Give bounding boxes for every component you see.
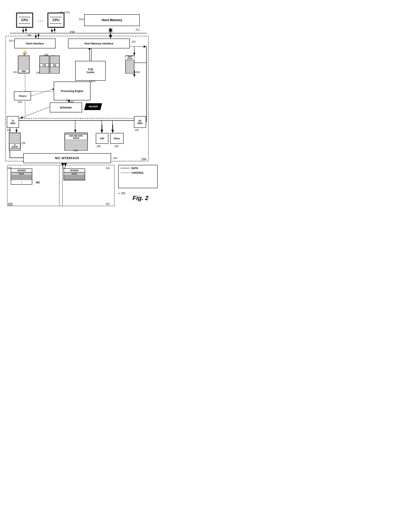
host-memory-interface-box: Host Memory interface [68, 39, 130, 48]
processing-engine-box: Processing Engine [54, 82, 90, 100]
hdr-data-queue-label: HDR AND DATA QUEUE [65, 134, 87, 140]
legend-data-label: DATA [132, 167, 138, 169]
nic-interface-box: NIC INTERFACE [23, 153, 111, 163]
dbq-label: DBQ [18, 70, 29, 73]
nic-stack-data-right-1: DATA [64, 172, 85, 175]
label-238: 238 [97, 145, 101, 148]
nic-stack-header-left: HEADER [11, 169, 32, 172]
label-234: 234 [136, 71, 140, 73]
cpu-box-2: ●●●●●●●● CPU ●●●●●●●● [47, 13, 64, 28]
cq-label: CQ [40, 64, 49, 67]
legend-control-label: CONTROL [132, 171, 144, 174]
label-223: 223 [132, 40, 136, 43]
label-200: ↙ 200 [118, 192, 125, 195]
eq-label: EQ [50, 64, 59, 67]
cpu-dots: . . . [38, 18, 43, 23]
diagram-container: 206 (TYP) ●●●●●●●● CPU ●●●●●●●● . . . ●●… [0, 0, 161, 212]
label-218: 218 [7, 129, 11, 131]
nic-center-label: NIC [36, 181, 40, 184]
nic-stack-arrow-left: ↓ [11, 180, 32, 184]
label-224: 224 [13, 71, 17, 73]
label-248: ↑ 248 [111, 157, 117, 160]
bell-icon: 🔔 [23, 50, 27, 54]
cpu-box-1: ●●●●●●●● CPU ●●●●●●●● [16, 13, 33, 28]
label-210: 210↗ [79, 18, 85, 21]
label-232: 232 [74, 149, 78, 152]
nic-stack-left: HEADER DATA ↓ [11, 169, 32, 185]
ipsec-box: IPSec [110, 133, 124, 144]
host-memory-box: Host Memory [84, 14, 140, 26]
label-220: 220 [135, 129, 139, 131]
rx-dma-box: Rx DMA [134, 116, 146, 128]
label-211: 211 [136, 28, 140, 31]
fig-2-label: Fig. 2 [133, 195, 148, 201]
nic-stack-data-left-1: DATA [11, 172, 32, 175]
label-228: 228 [44, 53, 48, 56]
label-222: 222↗ [9, 39, 15, 42]
header-parallelogram: HEADER [84, 103, 102, 110]
label-204: 204 [141, 158, 146, 161]
tx-dma-box: Tx DMA [7, 116, 19, 128]
tx-queue-label: Tx QUEUE [9, 143, 20, 149]
nic-stack-header-right: HEADER [64, 169, 85, 172]
label-242: 242 [106, 202, 110, 205]
cpu-label-1: CPU [21, 18, 28, 22]
fsb-label: FSB [70, 31, 75, 33]
label-230: 230 [21, 142, 25, 144]
host-interface-box: Host Interface [14, 39, 56, 48]
label-212: 212 [66, 99, 70, 102]
mem-queue-label: MEM QUEUE [125, 56, 135, 60]
cpu-label-2: CPU [52, 18, 59, 22]
label-240: 240 [115, 145, 119, 148]
label-216: 216 [91, 80, 95, 83]
label-214: 214 [70, 100, 74, 103]
legend-dashed-line [121, 173, 130, 173]
label-244: 244 [106, 167, 110, 169]
timers-box: Timers [14, 91, 31, 100]
label-202: 202 [8, 202, 13, 206]
tcb-cache-box: TCB Cache [75, 61, 106, 81]
label-236: 236 [18, 101, 22, 104]
scheduler-box: Scheduler [50, 103, 82, 112]
legend-box: DATA CONTROL [118, 165, 158, 188]
nic-stack-right: HEADER DATA [63, 169, 85, 180]
nic-stack-data-right-6 [64, 179, 85, 180]
v2p-box: V2P [96, 133, 108, 144]
legend-solid-line [121, 168, 130, 168]
